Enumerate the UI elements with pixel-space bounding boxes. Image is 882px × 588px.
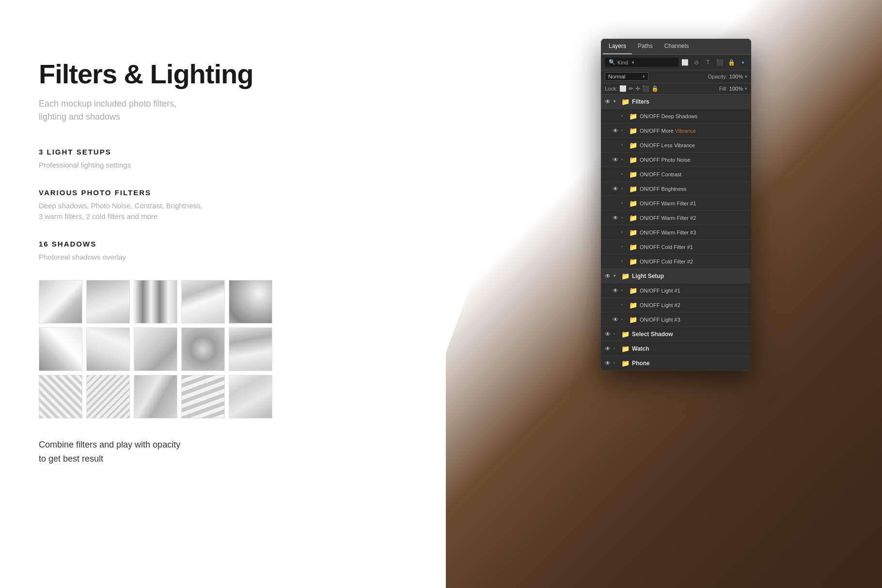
layer-name-warm-3: ON/OFF Warm Filter #3	[640, 230, 748, 235]
layer-name-contrast: ON/OFF Contrast	[640, 171, 748, 177]
layer-phone[interactable]: 👁 › 📁 Phone	[601, 356, 751, 371]
chevron-cold-1: ›	[621, 244, 627, 250]
blend-mode-select[interactable]: Normal ▾	[605, 72, 648, 81]
shadow-thumb-6	[39, 327, 82, 371]
layer-cold-filter-1[interactable]: 👁 › 📁 ON/OFF Cold Filter #1	[601, 240, 751, 254]
layer-warm-filter-3[interactable]: 👁 › 📁 ON/OFF Warm Filter #3	[601, 225, 751, 240]
layer-deep-shadows[interactable]: 👁 › 📁 ON/OFF Deep Shadows	[601, 109, 751, 124]
eye-deep-shadows[interactable]: 👁	[612, 112, 619, 120]
eye-light-3[interactable]: 👁	[612, 316, 619, 324]
eye-warm-3[interactable]: 👁	[612, 229, 619, 236]
folder-phone: 📁	[621, 359, 630, 367]
lock-all-icon[interactable]: 🔒	[651, 85, 659, 92]
opacity-control: Opacity: 100% ▾	[708, 74, 748, 79]
eye-warm-1[interactable]: 👁	[612, 200, 619, 207]
eye-contrast[interactable]: 👁	[612, 170, 619, 178]
layer-name-cold-2: ON/OFF Cold Filter #2	[640, 259, 748, 264]
layer-less-vibrance[interactable]: 👁 › 📁 ON/OFF Less Vibrance	[601, 138, 751, 153]
blend-mode-value: Normal	[608, 74, 625, 79]
layer-name-photo-noise: ON/OFF Photo Noise	[640, 157, 748, 163]
combine-text: Combine filters and play with opacity to…	[39, 438, 359, 466]
layer-name-brightness: ON/OFF Brightness	[640, 186, 748, 192]
eye-select-shadow[interactable]: 👁	[604, 330, 612, 338]
layer-warm-filter-2[interactable]: 👁 › 📁 ON/OFF Warm Filter #2	[601, 211, 751, 225]
page-title: Filters & Lighting	[39, 58, 359, 90]
layer-more-vibrance[interactable]: 👁 › 📁 ON/OFF More Vibrance	[601, 124, 751, 138]
fill-chevron-icon: ▾	[745, 86, 747, 91]
layer-light-1[interactable]: 👁 › 📁 ON/OFF Light #1	[601, 283, 751, 298]
adjustment-filter-icon[interactable]: ⊘	[692, 58, 701, 67]
shadow-thumb-8	[134, 327, 177, 371]
fill-label: Fill:	[719, 86, 727, 92]
chevron-deep-shadows: ›	[621, 113, 627, 119]
chevron-warm-2: ›	[621, 215, 627, 221]
ps-panel-tabs: Layers Paths Channels	[601, 39, 751, 55]
tab-paths[interactable]: Paths	[632, 39, 659, 54]
eye-light-2[interactable]: 👁	[612, 301, 619, 309]
eye-light-1[interactable]: 👁	[612, 287, 619, 294]
dot-filter-icon[interactable]: ●	[739, 58, 747, 67]
eye-cold-2[interactable]: 👁	[612, 258, 619, 265]
section-title-shadows: 16 SHADOWS	[39, 240, 359, 248]
folder-filters: 📁	[621, 98, 630, 106]
eye-photo-noise[interactable]: 👁	[612, 156, 619, 164]
section-title-filters: VARIOUS PHOTO FILTERS	[39, 188, 359, 197]
folder-light-1: 📁	[629, 287, 638, 294]
layer-light-3[interactable]: 👁 › 📁 ON/OFF Light #3	[601, 312, 751, 327]
folder-photo-noise: 📁	[629, 156, 638, 164]
blend-opacity-row: Normal ▾ Opacity: 100% ▾	[601, 70, 751, 83]
layer-light-setup-group[interactable]: 👁 ▾ 📁 Light Setup	[601, 269, 751, 283]
layer-warm-filter-1[interactable]: 👁 › 📁 ON/OFF Warm Filter #1	[601, 196, 751, 211]
smart-filter-icon[interactable]: 🔒	[727, 58, 736, 67]
eye-less-vibrance[interactable]: 👁	[612, 141, 619, 149]
chevron-warm-3: ›	[621, 230, 627, 235]
layer-name-filters: Filters	[632, 98, 748, 105]
folder-cold-1: 📁	[629, 243, 638, 251]
opacity-label: Opacity:	[708, 74, 727, 79]
lock-artboard-icon[interactable]: ⬛	[642, 85, 649, 92]
layer-name-less-vibrance: ON/OFF Less Vibrance	[640, 142, 748, 148]
chevron-light-1: ›	[621, 288, 627, 294]
layer-name-light-2: ON/OFF Light #2	[640, 302, 748, 308]
eye-warm-2[interactable]: 👁	[612, 214, 619, 222]
chevron-light-3: ›	[621, 317, 627, 323]
lock-move-icon[interactable]: ✛	[635, 85, 640, 92]
layer-filters-group[interactable]: 👁 ▾ 📁 Filters	[601, 94, 751, 109]
chevron-contrast: ›	[621, 171, 627, 177]
layer-brightness[interactable]: 👁 › 📁 ON/OFF Brightness	[601, 182, 751, 196]
eye-phone[interactable]: 👁	[604, 359, 612, 367]
section-photo-filters: VARIOUS PHOTO FILTERS Deep shadows, Phot…	[39, 188, 359, 222]
ps-filter-icons: ⬜ ⊘ T ⬛ 🔒 ●	[680, 58, 747, 67]
layer-name-warm-1: ON/OFF Warm Filter #1	[640, 201, 748, 206]
fill-control: Fill: 100% ▾	[719, 86, 747, 92]
layer-contrast[interactable]: 👁 › 📁 ON/OFF Contrast	[601, 167, 751, 182]
layer-watch[interactable]: 👁 › 📁 Watch	[601, 341, 751, 356]
layer-cold-filter-2[interactable]: 👁 › 📁 ON/OFF Cold Filter #2	[601, 254, 751, 269]
shadow-thumb-10	[229, 327, 272, 371]
image-filter-icon[interactable]: ⬜	[680, 58, 689, 67]
eye-brightness[interactable]: 👁	[612, 185, 619, 193]
eye-light-setup[interactable]: 👁	[604, 272, 612, 280]
opacity-chevron-icon: ▾	[745, 74, 747, 79]
shape-filter-icon[interactable]: ⬛	[715, 58, 724, 67]
chevron-more-vibrance: ›	[621, 128, 627, 134]
ps-search-input-wrapper[interactable]: 🔍 Kind ▾	[605, 58, 678, 67]
tab-layers[interactable]: Layers	[603, 39, 632, 54]
eye-filters[interactable]: 👁	[604, 98, 612, 106]
tab-channels[interactable]: Channels	[659, 39, 695, 54]
blend-chevron-icon: ▾	[643, 74, 645, 79]
eye-cold-1[interactable]: 👁	[612, 243, 619, 251]
opacity-value: 100%	[729, 74, 743, 79]
layer-name-watch: Watch	[632, 345, 748, 352]
layer-photo-noise[interactable]: 👁 › 📁 ON/OFF Photo Noise	[601, 153, 751, 167]
layer-light-2[interactable]: 👁 › 📁 ON/OFF Light #2	[601, 298, 751, 312]
chevron-less-vibrance: ›	[621, 142, 627, 148]
type-filter-icon[interactable]: T	[704, 58, 712, 67]
layer-select-shadow[interactable]: 👁 › 📁 Select Shadow	[601, 327, 751, 341]
eye-watch[interactable]: 👁	[604, 345, 612, 353]
lock-pixels-icon[interactable]: ⬜	[619, 85, 627, 92]
lock-position-icon[interactable]: ✏	[629, 85, 633, 92]
layer-name-deep-shadows: ON/OFF Deep Shadows	[640, 113, 748, 119]
folder-deep-shadows: 📁	[629, 112, 638, 120]
eye-more-vibrance[interactable]: 👁	[612, 127, 619, 135]
